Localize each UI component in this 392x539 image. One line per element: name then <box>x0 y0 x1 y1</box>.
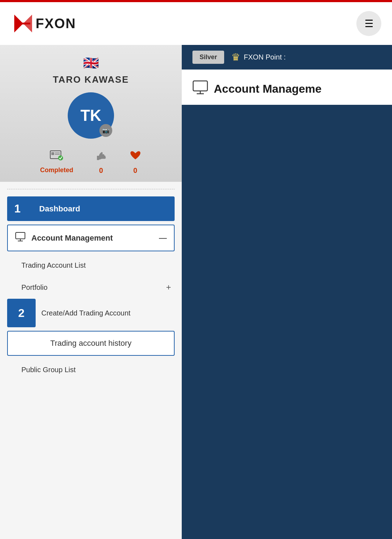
main-layout: 🇬🇧 TARO KAWASE TK 📷 <box>0 45 392 539</box>
header: FXON ☰ <box>0 2 392 45</box>
profile-section: 🇬🇧 TARO KAWASE TK 📷 <box>0 45 182 182</box>
avatar-initials: TK <box>81 107 102 124</box>
collapse-icon: — <box>159 233 167 243</box>
trading-account-list-label: Trading Account List <box>21 261 86 269</box>
sidebar-item-dashboard[interactable]: 1 Dashboard <box>7 196 175 221</box>
logo-text: FXON <box>36 16 76 31</box>
stats-row: Completed 0 <box>7 149 175 175</box>
crown-icon: ♛ <box>231 51 240 63</box>
trading-history-label: Trading account history <box>50 339 131 348</box>
avatar-container: TK 📷 <box>68 92 114 139</box>
dashboard-number: 1 <box>14 202 32 215</box>
account-management-monitor-icon <box>192 80 208 98</box>
stat-item-likes[interactable]: 0 <box>95 149 108 175</box>
flag-icon: 🇬🇧 <box>7 56 175 71</box>
portfolio-label: Portfolio <box>21 283 47 292</box>
favorites-value: 0 <box>133 166 137 175</box>
status-bar: Silver ♛ FXON Point : <box>182 45 392 70</box>
heart-icon <box>129 149 142 164</box>
sidebar-item-account-management[interactable]: Account Management — <box>7 225 175 251</box>
fxon-logo-icon <box>11 11 36 36</box>
account-management-inner: Account Management <box>15 232 113 244</box>
sidebar-item-public-group[interactable]: Public Group List <box>0 359 182 380</box>
dashboard-label: Dashboard <box>39 204 80 214</box>
hamburger-icon: ☰ <box>365 18 373 30</box>
hamburger-button[interactable]: ☰ <box>356 11 381 36</box>
svg-rect-4 <box>51 152 54 155</box>
account-management-label: Account Management <box>31 233 113 243</box>
likes-value: 0 <box>99 166 103 175</box>
camera-icon: 📷 <box>102 127 109 134</box>
stat-item-favorites[interactable]: 0 <box>129 149 142 175</box>
silver-badge: Silver <box>192 51 224 64</box>
sidebar-item-trading-history[interactable]: Trading account history <box>7 331 175 356</box>
create-add-label[interactable]: Create/Add Trading Account <box>36 309 175 317</box>
account-management-header: Account Manageme <box>182 70 392 105</box>
content-area: Silver ♛ FXON Point : Account Manageme <box>182 45 392 539</box>
user-name: TARO KAWASE <box>7 74 175 85</box>
svg-rect-8 <box>16 232 25 239</box>
sidebar-item-portfolio[interactable]: Portfolio + <box>0 276 182 299</box>
sidebar: 🇬🇧 TARO KAWASE TK 📷 <box>0 45 182 539</box>
account-management-title: Account Manageme <box>214 82 321 96</box>
stat-item-status[interactable]: Completed <box>40 149 73 175</box>
expand-icon: + <box>166 282 171 292</box>
step-2-row: 2 Create/Add Trading Account <box>0 299 182 327</box>
sidebar-item-trading-account-list[interactable]: Trading Account List <box>0 255 182 276</box>
fxon-point-area: ♛ FXON Point : <box>231 51 286 63</box>
profile-divider <box>7 189 175 189</box>
monitor-icon <box>15 232 26 244</box>
thumbs-up-icon <box>95 149 108 164</box>
public-group-label: Public Group List <box>21 366 76 374</box>
step-2-badge: 2 <box>7 299 36 327</box>
svg-rect-11 <box>193 81 207 91</box>
status-label: Completed <box>40 166 73 174</box>
step-2-number: 2 <box>18 307 25 320</box>
fxon-point-label: FXON Point : <box>244 53 286 61</box>
camera-button[interactable]: 📷 <box>99 124 112 137</box>
id-card-icon <box>50 149 63 164</box>
logo-area: FXON <box>11 11 76 36</box>
